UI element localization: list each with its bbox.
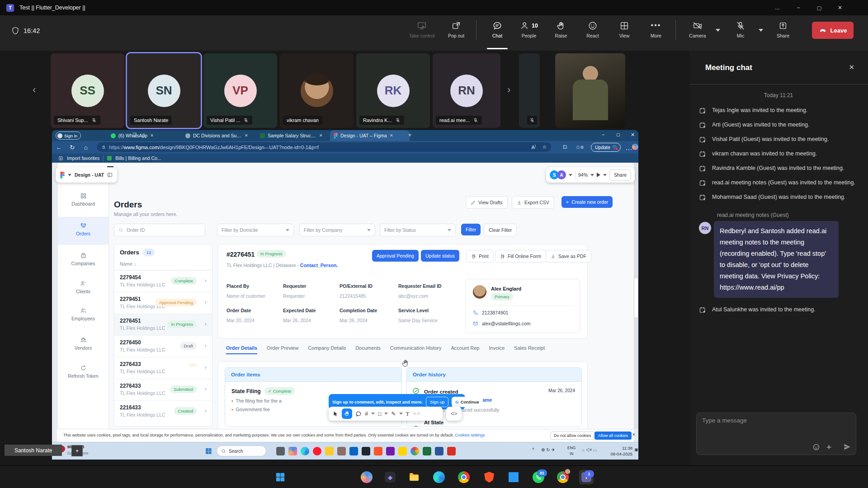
raise-hand-button[interactable]: Raise [545,21,577,38]
tab-account-rep[interactable]: Account Rep [451,345,480,354]
video-tile-active-speaker[interactable]: SN Santosh Narate [127,53,201,128]
chevron-down-icon[interactable] [371,413,375,415]
order-row[interactable]: 2216433TL Flex Holdings LLC Created› [114,400,212,422]
back-icon[interactable]: ← [52,144,66,151]
opera-app-icon[interactable] [313,447,321,455]
file-explorer-icon[interactable] [407,470,421,484]
frame-tool-icon[interactable]: # [365,410,368,417]
chrome-icon[interactable] [457,470,471,484]
maximize-button[interactable]: ▢ [809,0,829,15]
allow-cookies-button[interactable]: Allow all cookies [594,432,632,440]
favorite-star-icon[interactable]: ☆ [542,144,547,150]
zoom-level[interactable]: 94% [578,172,588,178]
contact-person-link[interactable]: Contact_Person. [300,263,338,268]
brave-icon[interactable] [482,470,496,484]
operagx-app-icon[interactable] [362,447,370,455]
video-tile-photo[interactable] [555,53,625,128]
tab-close-icon[interactable]: ✕ [390,133,393,138]
tab-sales-receipt[interactable]: Sales Receipt [514,345,545,354]
sidebar-item-employees[interactable]: Employees [58,307,108,321]
chevron-down-icon[interactable] [590,174,594,176]
vscode-icon[interactable] [506,470,521,484]
contact-email[interactable]: alex@vstatefilings.com [482,321,531,326]
pop-out-button[interactable]: Pop out [440,21,472,38]
browser-profile-button[interactable]: Sign in [56,131,81,140]
name-column-header[interactable]: Name ↓ [114,260,212,270]
view-drafts-button[interactable]: View Drafts [466,196,508,209]
refresh-icon[interactable]: ↻ [66,144,79,151]
shape-tool-icon[interactable]: □ [378,411,381,417]
app-icon-dark[interactable]: ◆ [383,470,397,484]
inner-start-button[interactable] [205,447,212,455]
browser-menu-icon[interactable]: … [625,144,632,152]
tab-company-details[interactable]: Company Details [308,345,346,354]
filter-button[interactable]: Filter [461,224,481,235]
close-button[interactable]: ✕ [830,0,850,15]
favorites-bar-icon[interactable]: ☆≡ [576,144,584,150]
more-button[interactable]: ••• More [640,21,672,38]
tab-invoice[interactable]: Invoice [489,345,505,354]
update-status-button[interactable]: Update status [421,250,459,262]
sidebar-item-refresh-token[interactable]: Refresh Token [58,365,108,379]
copilot-app-icon[interactable] [288,447,297,455]
chat-message-list[interactable]: Today 11:21 Tejas Ingle was invited to t… [699,92,858,320]
order-row[interactable]: 2276433TL Flex Holdings LLC › [114,357,212,379]
bookmark-item[interactable]: Import favorites [67,155,99,161]
bookmark-item[interactable]: Bills | Billing and Co... [115,155,161,161]
chat-button[interactable]: Chat [481,21,513,38]
people-button[interactable]: 10 People [513,21,545,38]
tab-close-icon[interactable]: ✕ [245,133,248,138]
tab-close-icon[interactable]: ✕ [319,133,323,138]
video-tile-partial[interactable] [519,53,540,128]
browser-tab[interactable]: Sample Salary Structure with calc✕ [256,130,331,141]
browser-update-button[interactable]: Update ♡ [591,143,621,152]
deny-cookies-button[interactable]: Do not allow cookies [550,432,595,440]
present-icon[interactable] [597,173,600,177]
fill-online-form-button[interactable]: Fill Online Form [495,250,546,263]
send-icon[interactable] [843,443,851,451]
inner-language-indicator[interactable]: ENGIN [567,445,576,457]
chrome-app-icon[interactable] [410,447,419,455]
inner-tray-icons[interactable]: ⊕ ↻ ✈ [541,447,555,452]
leave-button[interactable]: Leave [812,22,854,39]
excel-app-icon[interactable] [423,447,431,455]
teams-taskbar-icon[interactable]: T 1 [579,470,594,484]
outlook-app-icon[interactable] [349,447,358,455]
tab-close-icon[interactable]: ✕ [150,133,154,138]
collaborator-avatar[interactable]: A [557,170,566,179]
video-tile[interactable]: VP Vishal Patil ... [203,53,277,128]
order-row-selected[interactable]: 2276451TL Flex Holdings LLC In Progress› [114,314,212,335]
pdf-app-icon[interactable] [447,447,456,455]
chevron-down-icon[interactable] [569,174,572,176]
share-label-expand-icon[interactable]: + [71,445,83,456]
filter-status-select[interactable]: Filter by Status [380,224,456,236]
print-button[interactable]: Print [466,250,494,263]
home-icon[interactable]: ⌂ [79,144,93,151]
tab-order-preview[interactable]: Order Preview [267,345,298,354]
browser-tab[interactable]: (6) WhatsApp✕ [107,130,182,141]
sidebar-item-dashboard[interactable]: Dashboard [58,192,108,206]
order-row[interactable]: 2279454TL Flex Holdings LLC Complete› [114,270,212,292]
video-tile[interactable]: RN read.ai mee... [433,53,500,128]
inner-search-box[interactable]: Search [217,446,266,456]
browser-minimize-icon[interactable]: − [602,132,604,137]
inner-notification-icon[interactable]: ▣ [634,447,638,452]
figma-share-button[interactable]: Share [609,169,631,181]
move-tool-icon[interactable] [332,411,339,417]
comment-tool-icon[interactable] [355,411,362,417]
read-aloud-icon[interactable]: A) [531,144,536,150]
onenote-app-icon[interactable] [386,447,395,455]
edge-icon[interactable] [432,470,446,484]
todo-app-icon[interactable] [398,447,407,455]
edge-app-icon[interactable] [301,447,309,455]
cookie-close-icon[interactable]: ✕ [632,432,636,437]
filter-company-select[interactable]: Filter by Company [299,224,375,236]
emoji-icon[interactable] [812,443,820,451]
contact-phone[interactable]: 2123874901 [482,310,508,315]
taskbar-app-icon[interactable] [276,447,285,455]
actions-tool-icon[interactable]: ⁘⁘ [413,411,420,417]
filmstrip-prev-icon[interactable]: ‹ [33,84,36,96]
order-id-search[interactable]: Order ID [114,224,205,236]
taskbar-app-icon[interactable] [337,447,346,455]
camera-button[interactable]: Camera [682,21,713,38]
